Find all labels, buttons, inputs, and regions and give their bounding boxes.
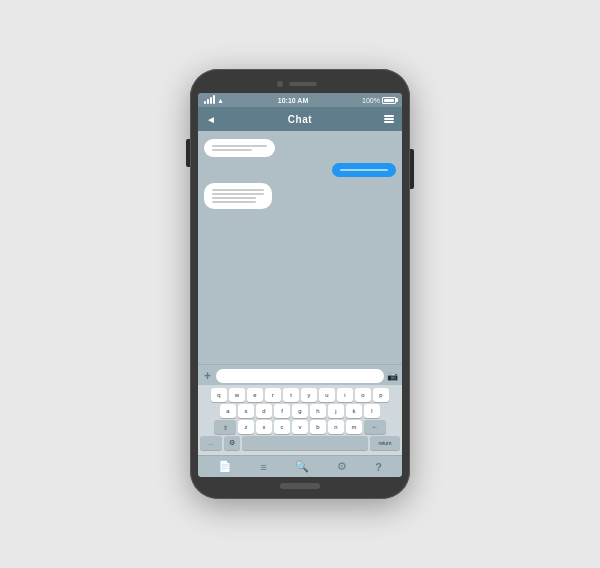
bottom-toolbar: 📄 ≡ 🔍 ⚙ ?	[198, 455, 402, 477]
key-y[interactable]: y	[301, 388, 317, 402]
key-c[interactable]: c	[274, 420, 290, 434]
key-a[interactable]: a	[220, 404, 236, 418]
key-e[interactable]: e	[247, 388, 263, 402]
keyboard: q w e r t y u i o p a s d f g h j k	[198, 385, 402, 455]
phone-screen: ▲ 10:10 AM 100% ◄ Chat	[198, 93, 402, 477]
bubble-line	[212, 145, 267, 147]
bubble-line	[212, 201, 256, 203]
key-x[interactable]: x	[256, 420, 272, 434]
menu-line-3	[384, 121, 394, 123]
key-j[interactable]: j	[328, 404, 344, 418]
bubble-line	[212, 193, 264, 195]
message-row-1	[204, 139, 396, 157]
bubble-line	[212, 189, 264, 191]
message-bubble-3	[204, 183, 272, 209]
key-g[interactable]: g	[292, 404, 308, 418]
status-bar: ▲ 10:10 AM 100%	[198, 93, 402, 107]
key-settings[interactable]: ⚙	[224, 436, 240, 450]
status-left: ▲	[204, 96, 224, 104]
phone-top	[198, 79, 402, 89]
back-button[interactable]: ◄	[206, 114, 216, 125]
phone-home-button[interactable]	[280, 483, 320, 489]
nav-title: Chat	[288, 114, 312, 125]
key-return[interactable]: return	[370, 436, 400, 450]
key-k[interactable]: k	[346, 404, 362, 418]
phone-speaker	[289, 82, 317, 86]
key-space[interactable]	[242, 436, 368, 450]
bubble-line	[340, 169, 388, 171]
key-v[interactable]: v	[292, 420, 308, 434]
battery-label: 100%	[362, 97, 380, 104]
key-z[interactable]: z	[238, 420, 254, 434]
key-s[interactable]: s	[238, 404, 254, 418]
keyboard-row-1: q w e r t y u i o p	[200, 388, 400, 402]
key-w[interactable]: w	[229, 388, 245, 402]
key-f[interactable]: f	[274, 404, 290, 418]
bubble-line	[212, 149, 252, 151]
battery-icon	[382, 97, 396, 104]
message-bubble-2	[332, 163, 396, 177]
key-o[interactable]: o	[355, 388, 371, 402]
menu-line-2	[384, 118, 394, 120]
chat-area	[198, 131, 402, 364]
menu-button[interactable]	[384, 115, 394, 123]
message-row-3	[204, 183, 396, 209]
wifi-icon: ▲	[217, 97, 224, 104]
key-backspace[interactable]: ←	[364, 420, 386, 434]
key-h[interactable]: h	[310, 404, 326, 418]
key-l[interactable]: l	[364, 404, 380, 418]
key-m[interactable]: m	[346, 420, 362, 434]
key-p[interactable]: p	[373, 388, 389, 402]
input-area: + 📷	[198, 364, 402, 385]
keyboard-row-3: ⇧ z x c v b n m ←	[200, 420, 400, 434]
keyboard-row-2: a s d f g h j k l	[200, 404, 400, 418]
message-row-2	[204, 163, 396, 177]
toolbar-settings-icon[interactable]: ⚙	[337, 460, 347, 473]
phone: ▲ 10:10 AM 100% ◄ Chat	[190, 69, 410, 499]
key-b[interactable]: b	[310, 420, 326, 434]
toolbar-list-icon[interactable]: ≡	[260, 461, 266, 473]
menu-line-1	[384, 115, 394, 117]
key-i[interactable]: i	[337, 388, 353, 402]
toolbar-help-icon[interactable]: ?	[375, 461, 382, 473]
nav-bar: ◄ Chat	[198, 107, 402, 131]
bubble-line	[212, 197, 256, 199]
toolbar-search-icon[interactable]: 🔍	[295, 460, 309, 473]
camera-button[interactable]: 📷	[387, 371, 398, 381]
key-d[interactable]: d	[256, 404, 272, 418]
key-dots[interactable]: ...	[200, 436, 222, 450]
message-bubble-1	[204, 139, 275, 157]
key-n[interactable]: n	[328, 420, 344, 434]
signal-icon	[204, 96, 215, 104]
toolbar-doc-icon[interactable]: 📄	[218, 460, 232, 473]
message-input[interactable]	[216, 369, 384, 383]
key-r[interactable]: r	[265, 388, 281, 402]
plus-button[interactable]: +	[202, 369, 213, 383]
key-shift[interactable]: ⇧	[214, 420, 236, 434]
key-u[interactable]: u	[319, 388, 335, 402]
status-time: 10:10 AM	[278, 97, 308, 104]
key-t[interactable]: t	[283, 388, 299, 402]
phone-camera	[277, 81, 283, 87]
status-right: 100%	[362, 97, 396, 104]
key-q[interactable]: q	[211, 388, 227, 402]
keyboard-row-4: ... ⚙ return	[200, 436, 400, 450]
